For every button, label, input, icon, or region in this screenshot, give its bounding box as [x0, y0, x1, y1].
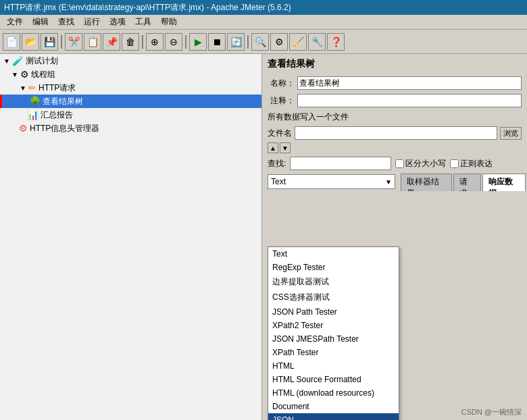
- file-input[interactable]: [295, 126, 497, 140]
- file-row: 文件名 浏览: [262, 125, 527, 141]
- regex-checkbox[interactable]: [450, 159, 459, 168]
- toolbar-new[interactable]: 📄: [3, 33, 20, 51]
- toolbar-sep4: [247, 35, 249, 49]
- main-layout: ▼ 🧪 测试计划 ▼ ⚙ 线程组 ▼ ✏ HTTP请求 🌳 查看结果树 📊 汇总…: [0, 54, 527, 420]
- tab-response-data[interactable]: 响应数据: [482, 174, 526, 191]
- toolbar-open[interactable]: 📂: [22, 33, 39, 51]
- expand-icon-http: ▼: [19, 84, 27, 92]
- icon-summary: 📊: [27, 109, 39, 120]
- option-html[interactable]: HTML: [268, 359, 399, 373]
- toolbar-copy[interactable]: 📋: [84, 33, 101, 51]
- icon-header-manager: ⚙: [19, 123, 28, 134]
- option-html-source[interactable]: HTML Source Formatted: [268, 373, 399, 386]
- menu-run[interactable]: 运行: [80, 15, 104, 29]
- menu-find[interactable]: 查找: [54, 15, 78, 29]
- panel-title: 查看结果树: [262, 54, 527, 74]
- tabs-container: 取样器结果 请求 响应数据 Response Body Response hea…: [401, 172, 527, 191]
- icon-thread-group: ⚙: [20, 69, 29, 80]
- search-input[interactable]: [290, 157, 391, 170]
- toolbar-stop[interactable]: ⏹: [208, 33, 226, 51]
- option-css[interactable]: CSS选择器测试: [268, 290, 399, 305]
- option-document[interactable]: Document: [268, 400, 399, 413]
- icon-result-tree: 🌳: [29, 96, 41, 107]
- main-tabs-header: 取样器结果 请求 响应数据: [401, 172, 527, 191]
- name-input[interactable]: [297, 76, 522, 90]
- toolbar-save[interactable]: 💾: [41, 33, 58, 51]
- left-panel: ▼ 🧪 测试计划 ▼ ⚙ 线程组 ▼ ✏ HTTP请求 🌳 查看结果树 📊 汇总…: [0, 54, 262, 420]
- menu-edit[interactable]: 编辑: [28, 15, 53, 29]
- option-jsonpath[interactable]: JSON Path Tester: [268, 305, 399, 319]
- menu-bar: 文件 编辑 查找 运行 选项 工具 帮助: [0, 15, 527, 30]
- menu-options[interactable]: 选项: [105, 15, 130, 29]
- toolbar-broom[interactable]: 🧹: [289, 33, 307, 51]
- case-sensitive-checkbox[interactable]: [395, 159, 404, 168]
- search-row: 查找: 区分大小写 正则表达: [262, 155, 527, 172]
- search-label: 查找:: [268, 158, 286, 169]
- toolbar-help[interactable]: ❓: [327, 33, 345, 51]
- toolbar-collapse[interactable]: ⊖: [165, 33, 182, 51]
- toolbar-sep2: [142, 35, 143, 49]
- name-row: 名称：: [262, 74, 527, 92]
- tree-item-header-manager[interactable]: ⚙ HTTP信息头管理器: [0, 122, 261, 135]
- toolbar-sep1: [61, 35, 62, 49]
- toolbar-run[interactable]: ▶: [189, 33, 207, 51]
- toolbar-delete[interactable]: 🗑: [122, 33, 139, 51]
- option-html-download[interactable]: HTML (download resources): [268, 386, 399, 400]
- toolbar-refresh[interactable]: 🔄: [227, 33, 245, 51]
- arrow-down-btn[interactable]: ▼: [280, 142, 291, 153]
- label-http-request: HTTP请求: [39, 82, 76, 94]
- red-indicator: [0, 95, 2, 108]
- label-test-plan: 测试计划: [26, 55, 58, 67]
- icon-http-request: ✏: [28, 82, 36, 93]
- option-boundary[interactable]: 边界提取器测试: [268, 274, 399, 290]
- comment-row: 注释：: [262, 92, 527, 109]
- toolbar: 📄 📂 💾 ✂️ 📋 📌 🗑 ⊕ ⊖ ▶ ⏹ 🔄 🔍 ⚙ 🧹 🔧 ❓: [0, 30, 527, 54]
- dropdown-arrow-icon: ▼: [385, 178, 392, 186]
- menu-file[interactable]: 文件: [3, 15, 27, 29]
- tab-sampler-result[interactable]: 取样器结果: [401, 174, 452, 191]
- label-result-tree: 查看结果树: [43, 96, 83, 107]
- tree-item-test-plan[interactable]: ▼ 🧪 测试计划: [0, 54, 261, 68]
- option-xpath[interactable]: XPath Tester: [268, 346, 399, 359]
- toolbar-cut[interactable]: ✂️: [65, 33, 82, 51]
- title-bar: HTTP请求.jmx (E:\env\data\strategy-api\HTT…: [0, 0, 527, 15]
- regex-label: 正则表达: [450, 158, 493, 169]
- toolbar-sep3: [185, 35, 186, 49]
- option-jmespath[interactable]: JSON JMESPath Tester: [268, 332, 399, 346]
- name-label: 名称：: [268, 78, 295, 89]
- bottom-area: Text ▼ Text RegExp Tester 边界提取器测试 CSS选择器…: [262, 172, 527, 191]
- dropdown-row: Text ▼: [268, 174, 395, 189]
- arrow-row: ▲ ▼: [262, 141, 527, 155]
- toolbar-search[interactable]: 🔍: [251, 33, 269, 51]
- dropdown-trigger[interactable]: Text ▼: [268, 174, 395, 189]
- label-summary: 汇总报告: [41, 109, 73, 121]
- file-label: 文件名: [268, 128, 292, 139]
- option-text[interactable]: Text: [268, 247, 399, 261]
- tree-item-http-request[interactable]: ▼ ✏ HTTP请求: [0, 81, 261, 95]
- tree-item-thread-group[interactable]: ▼ ⚙ 线程组: [0, 68, 261, 81]
- toolbar-expand[interactable]: ⊕: [146, 33, 164, 51]
- icon-test-plan: 🧪: [12, 55, 24, 66]
- option-regexp[interactable]: RegExp Tester: [268, 261, 399, 274]
- menu-tools[interactable]: 工具: [131, 15, 155, 29]
- label-header-manager: HTTP信息头管理器: [30, 123, 99, 134]
- section-text: 所有数据写入一个文件: [262, 109, 527, 125]
- comment-label: 注释：: [268, 95, 295, 107]
- watermark: CSDN @一碗情深: [461, 407, 522, 417]
- case-sensitive-label: 区分大小写: [395, 158, 446, 169]
- title-text: HTTP请求.jmx (E:\env\data\strategy-api\HTT…: [4, 2, 291, 14]
- arrow-up-btn[interactable]: ▲: [268, 142, 278, 153]
- file-browse-btn[interactable]: 浏览: [500, 127, 522, 140]
- option-json[interactable]: JSON: [268, 413, 399, 420]
- toolbar-filter[interactable]: 🔧: [308, 33, 326, 51]
- option-xpath2[interactable]: XPath2 Tester: [268, 319, 399, 332]
- tree-item-result-tree[interactable]: 🌳 查看结果树: [0, 95, 261, 108]
- tab-request[interactable]: 请求: [453, 174, 481, 191]
- toolbar-settings[interactable]: ⚙: [270, 33, 288, 51]
- expand-icon-thread-group: ▼: [11, 70, 19, 78]
- comment-input[interactable]: [297, 94, 522, 107]
- dropdown-popup: Text RegExp Tester 边界提取器测试 CSS选择器测试 JSON…: [268, 246, 399, 420]
- tree-item-summary[interactable]: 📊 汇总报告: [0, 108, 261, 122]
- toolbar-paste[interactable]: 📌: [103, 33, 120, 51]
- menu-help[interactable]: 帮助: [157, 15, 181, 29]
